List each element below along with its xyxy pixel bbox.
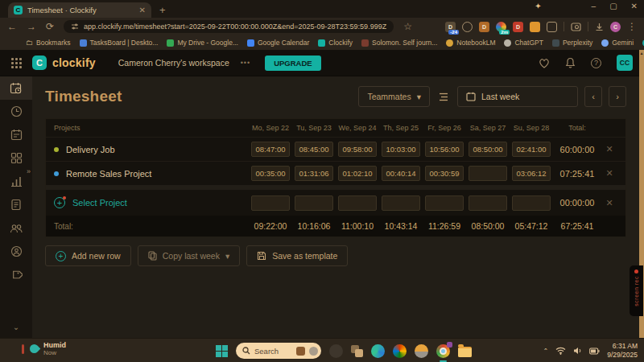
sidebar-item-calendar[interactable]: [0, 123, 32, 146]
letter-d-extension-icon[interactable]: D: [479, 22, 489, 32]
search-tabs-icon[interactable]: [571, 23, 581, 31]
site-settings-icon[interactable]: [71, 23, 79, 31]
browser-menu-kebab-icon[interactable]: ⋮: [627, 22, 637, 31]
bookmark-item[interactable]: Solomon. Self journ...: [361, 39, 437, 47]
notifications-bell-icon[interactable]: [565, 57, 576, 68]
timer-extension-icon[interactable]: [462, 22, 473, 32]
forward-icon[interactable]: →: [27, 22, 36, 31]
time-entry-cell[interactable]: [469, 166, 507, 181]
app-sphere-icon[interactable]: [415, 344, 428, 358]
bookmark-item[interactable]: Clockify: [318, 39, 353, 47]
time-entry-cell-empty[interactable]: [512, 195, 551, 211]
delete-row-icon[interactable]: ✕: [601, 198, 617, 208]
battery-icon[interactable]: [589, 348, 600, 355]
time-entry-cell[interactable]: 00:30:59: [425, 166, 464, 181]
sidebar-expand-icon[interactable]: »: [27, 167, 31, 175]
bookmarks-folder[interactable]: 🗀 Bookmarks: [26, 39, 71, 47]
clockify-wordmark[interactable]: clockify: [52, 56, 96, 69]
back-icon[interactable]: ←: [7, 22, 17, 31]
days-extension-icon[interactable]: D -24: [445, 22, 456, 32]
time-entry-cell[interactable]: 10:56:00: [425, 142, 464, 157]
bookmark-item[interactable]: My Drive - Google...: [167, 39, 238, 47]
sidebar-item-tags[interactable]: [0, 263, 32, 286]
time-entry-cell[interactable]: 01:02:10: [338, 166, 377, 181]
time-entry-cell-empty[interactable]: [469, 195, 507, 211]
bookmark-item[interactable]: ChatGPT: [504, 39, 543, 47]
upgrade-button[interactable]: UPGRADE: [265, 56, 321, 71]
time-entry-cell-empty[interactable]: [382, 195, 420, 211]
sidebar-item-dashboard[interactable]: [0, 146, 32, 170]
copy-last-week-button[interactable]: Copy last week ▾: [138, 245, 240, 266]
time-entry-cell[interactable]: 00:40:14: [382, 166, 420, 181]
sidebar-item-timesheet[interactable]: [0, 76, 32, 100]
window-maximize-button[interactable]: ▢: [609, 2, 617, 10]
project-cell[interactable]: Remote Sales Project: [54, 169, 249, 179]
project-cell[interactable]: Delivery Job: [54, 145, 249, 154]
weather-widget[interactable]: Humid Now: [22, 341, 66, 356]
help-icon[interactable]: ?: [591, 58, 601, 68]
orange-extension-icon[interactable]: [530, 22, 540, 32]
tray-chevron-icon[interactable]: ⌃: [543, 348, 548, 355]
browser-tab[interactable]: C Timesheet · Clockify ✕: [8, 2, 151, 18]
delete-row-icon[interactable]: ✕: [601, 144, 617, 154]
system-clock[interactable]: 6:31 AM 9/29/2025: [607, 342, 638, 359]
bookmark-item[interactable]: Perplexity: [552, 39, 592, 47]
previous-week-button[interactable]: ‹: [584, 86, 602, 107]
bookmark-item[interactable]: Google Calendar: [247, 39, 309, 47]
user-avatar[interactable]: CC: [617, 55, 633, 71]
time-entry-cell-empty[interactable]: [295, 195, 333, 211]
taskbar-app-circle-icon[interactable]: [329, 344, 343, 358]
new-tab-button[interactable]: +: [159, 4, 166, 18]
bookmark-item[interactable]: Gemini: [601, 39, 634, 47]
widgets-icon[interactable]: [351, 345, 363, 357]
sidebar-item-projects[interactable]: [0, 193, 32, 216]
sidebar-show-more-icon[interactable]: ⌄: [0, 323, 32, 331]
teammates-dropdown[interactable]: Teammates ▾: [358, 86, 430, 107]
time-entry-cell-empty[interactable]: [338, 195, 377, 211]
view-options-button[interactable]: [436, 86, 451, 107]
time-entry-cell[interactable]: 00:35:00: [251, 166, 290, 181]
bookmark-item[interactable]: NotebookLM: [446, 39, 495, 47]
window-minimize-button[interactable]: –: [592, 2, 597, 10]
bookmark-star-icon[interactable]: ☆: [403, 22, 412, 31]
taskbar-search[interactable]: Search: [236, 343, 321, 359]
edge-icon[interactable]: [371, 344, 385, 358]
sidebar-item-time-tracker[interactable]: [0, 100, 32, 123]
select-project-button[interactable]: + Select Project: [54, 197, 249, 208]
wifi-icon[interactable]: [555, 347, 566, 355]
volume-icon[interactable]: [573, 347, 582, 355]
start-button[interactable]: [216, 345, 228, 357]
screen-recorder-widget[interactable]: screen rec: [630, 265, 643, 316]
clockify-logo-icon[interactable]: C: [32, 56, 47, 70]
app-switcher-icon[interactable]: [0, 58, 32, 68]
time-entry-cell[interactable]: 03:06:12: [512, 166, 551, 181]
time-entry-cell[interactable]: 10:03:00: [382, 142, 420, 157]
time-entry-cell[interactable]: 08:45:00: [295, 142, 333, 157]
date-range-picker[interactable]: Last week: [457, 86, 578, 107]
save-as-template-button[interactable]: Save as template: [246, 245, 348, 266]
add-new-row-button[interactable]: + Add new row: [45, 245, 131, 266]
profile-avatar[interactable]: C: [610, 22, 621, 32]
time-entry-cell[interactable]: 08:50:00: [469, 142, 507, 157]
red-d-extension-icon[interactable]: D: [513, 22, 523, 32]
time-entry-cell[interactable]: 01:31:06: [295, 166, 333, 181]
sidebar-item-team[interactable]: [0, 216, 32, 240]
next-week-button[interactable]: ›: [609, 86, 626, 107]
download-icon[interactable]: [595, 23, 604, 31]
time-entry-cell-empty[interactable]: [425, 195, 464, 211]
browser-sparkle-icon[interactable]: ✦: [535, 2, 541, 10]
time-entry-cell[interactable]: 02:41:00: [512, 142, 551, 157]
delete-row-icon[interactable]: ✕: [601, 168, 617, 179]
file-explorer-icon[interactable]: [458, 347, 472, 357]
chrome-icon[interactable]: [436, 344, 450, 358]
time-entry-cell[interactable]: 08:47:00: [251, 142, 290, 157]
window-close-button[interactable]: ✕: [631, 2, 638, 10]
reload-icon[interactable]: ⟳: [46, 22, 54, 31]
tab-close-icon[interactable]: ✕: [139, 6, 146, 14]
workspace-name[interactable]: Cameron Cherry's workspace: [118, 58, 229, 68]
tracker-extension-icon[interactable]: 2m: [496, 22, 506, 32]
extensions-puzzle-icon[interactable]: [547, 22, 557, 32]
bookmark-item[interactable]: TasksBoard | Deskto...: [80, 39, 159, 47]
microsoft-365-icon[interactable]: [393, 344, 407, 358]
address-bar[interactable]: app.clockify.me/timesheet?start=2025-09-…: [64, 20, 394, 33]
